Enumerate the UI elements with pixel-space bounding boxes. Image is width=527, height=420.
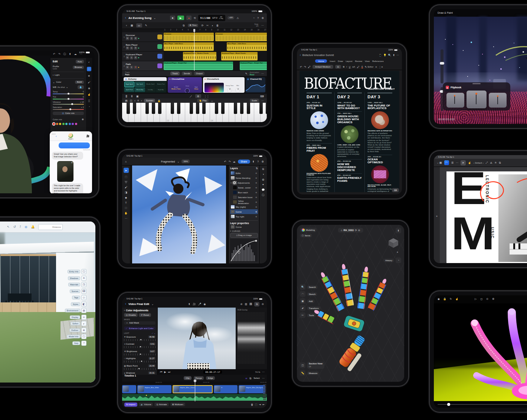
share-button[interactable]: Share (238, 160, 250, 164)
video-call-icon[interactable]: 🎥 (86, 135, 89, 137)
eye-icon[interactable]: 👁 (255, 206, 257, 208)
tab-draw[interactable]: Draw (338, 60, 343, 62)
lightbulb-icon[interactable]: 💡 (383, 54, 387, 56)
flipbook-panel[interactable]: ▮ Flipbook (443, 82, 510, 111)
plus-icon[interactable]: ＋ (125, 24, 128, 27)
frame-thumb[interactable] (446, 93, 464, 108)
close-icon[interactable]: ⊗ (71, 161, 73, 164)
select-icon[interactable]: ↖ (7, 225, 10, 229)
tab-home[interactable]: Home (315, 59, 327, 63)
items-menu[interactable]: ⬡Items (300, 234, 312, 237)
stop-button[interactable]: ■ (170, 16, 175, 20)
document-switcher[interactable]: ⌂ RH_0003 ⟳ ⊖ (338, 228, 363, 233)
project-title[interactable]: Video Final Edit (128, 302, 149, 306)
auto-button[interactable]: Auto (76, 60, 84, 63)
track-header-drummer[interactable]: 1 Drummer MSR (122, 32, 164, 42)
hand-tool-icon[interactable]: ✋ (124, 212, 128, 214)
song-title[interactable]: An Evening Song (128, 16, 151, 20)
track-lane[interactable]: Keyboard Player - Simple Pad Keyboard Pl… (164, 61, 267, 71)
delete-icon[interactable]: 🗑 (216, 24, 219, 27)
bluetooth-icon[interactable]: 🎚 (131, 95, 133, 98)
environment-button[interactable]: Environment◍ (65, 308, 86, 313)
styles-button[interactable]: Styles◧ (71, 302, 86, 307)
layer-row[interactable]: Sweat...ooster👁 (230, 185, 258, 190)
layer-group-row[interactable]: ▸Adjustments👁 (230, 180, 258, 185)
tab-layout[interactable]: Layout (346, 60, 352, 62)
chromaverb-plugin[interactable]: ●ChromaVerb Decay Time Wet (203, 77, 245, 93)
soften-button[interactable]: Soften◐ (71, 321, 86, 326)
lcd-display[interactable]: 5 1 1 086 127,0 4/4C maj (198, 15, 225, 21)
scrubber-handle[interactable] (447, 403, 450, 406)
tab-sends[interactable]: Sends (182, 72, 192, 75)
brush-tool-icon[interactable]: 🖌 (88, 81, 91, 83)
model-viewport[interactable]: Entity Infoⓘ Shadows☀ Materials◳ Scenes🎞… (0, 233, 95, 383)
add-mask-button[interactable]: ＋Add Mask (124, 321, 156, 325)
snap-icon[interactable]: ⌖ (436, 169, 438, 263)
more-icon[interactable]: ⋯ (261, 99, 264, 102)
scale-button[interactable]: Scale (250, 99, 259, 102)
split-keys-icon[interactable]: ◫ (130, 99, 132, 102)
collapse-icon[interactable]: ⊖ (262, 303, 264, 305)
fx-icon[interactable]: ✦ (262, 183, 264, 186)
align-icon[interactable]: ≞ (495, 161, 497, 164)
layer-row[interactable]: Yellow desaturation👁 (230, 200, 258, 204)
insert-icon[interactable]: ⇤ (262, 403, 265, 406)
animation-canvas[interactable]: ▮ Flipbook 00:00:03.019 (434, 17, 527, 124)
mirror-icon[interactable]: ⟁ (490, 161, 492, 164)
camera-icon[interactable]: 🎥 (193, 303, 196, 305)
help-button[interactable]: Help? (72, 341, 86, 346)
settings-icon[interactable]: ⚙ (262, 17, 264, 19)
mic-icon[interactable]: 🎤 (198, 303, 202, 305)
chevron-down-icon[interactable]: ⌄ (177, 160, 179, 163)
import-icon[interactable]: ⬆ (188, 303, 190, 305)
select-menu[interactable]: Select (253, 377, 260, 379)
pencil-icon[interactable]: ✎ (145, 24, 147, 27)
inspect-button[interactable]: ⧉Inspect (124, 403, 137, 407)
drag-handle[interactable] (472, 83, 481, 84)
color-mix-dots[interactable] (53, 123, 84, 125)
eye-icon[interactable]: 👁 (255, 211, 257, 213)
notification-icon[interactable]: 🔔 (31, 225, 35, 229)
more-icon[interactable]: ⋯ (262, 371, 265, 373)
more-icon[interactable]: ⋯ (396, 54, 399, 56)
volume-button[interactable]: 🔉Volume (139, 403, 153, 406)
wet-knob[interactable] (235, 88, 240, 93)
layer-row[interactable]: Blue match👁 (230, 190, 258, 195)
doc-title[interactable]: Biofacture Innovation Summit (302, 54, 334, 56)
reset-button[interactable]: ↺Reset (139, 313, 151, 317)
color-section[interactable]: ⌄Color B&W (53, 81, 84, 84)
region[interactable]: Keyboard Player - Simple Pad (164, 62, 233, 70)
play-surface-button[interactable]: 👆Play (197, 99, 209, 102)
track-lane[interactable]: Drummer Drummer (164, 32, 267, 42)
list-icon[interactable]: ⋮≡ (379, 66, 383, 68)
chevron-down-icon[interactable]: ⌄ (154, 17, 156, 19)
mute-button[interactable]: M (126, 46, 129, 50)
back-icon[interactable]: ‹ (300, 54, 301, 57)
eye-icon[interactable]: 👁 (255, 177, 257, 179)
mute-button[interactable]: M (126, 37, 129, 40)
ps-canvas[interactable] (130, 165, 228, 263)
record-button[interactable]: ● (186, 16, 192, 20)
help-icon[interactable]: ？ (257, 160, 259, 163)
back-icon[interactable]: ‹ (125, 302, 126, 306)
grid-icon[interactable]: ⋮⋮ (204, 95, 209, 98)
layer-row[interactable]: Sky (right)👁 (230, 204, 258, 209)
cycle-icon[interactable]: ⟲ (194, 17, 196, 19)
selected-layer-row[interactable]: ◠Curve (230, 224, 258, 229)
app-icon[interactable]: ◠ (444, 160, 449, 165)
region[interactable]: Drummer (164, 33, 214, 41)
browser-icon[interactable]: ▥ (245, 303, 248, 305)
vibrance-slider[interactable]: Vibrance+ 14 (53, 101, 84, 105)
undo-icon[interactable]: ↶ (300, 66, 302, 68)
search-icon[interactable]: 🔍 (388, 54, 391, 56)
fill-tool-icon[interactable]: ◆ (125, 196, 127, 199)
regions-view-icon[interactable]: ▭ (136, 23, 142, 27)
curves-section[interactable]: CURVES (232, 230, 240, 232)
back-icon[interactable]: ‹ (56, 135, 57, 138)
append-icon[interactable]: ⇥ (259, 403, 261, 406)
overwrite-icon[interactable]: ⧉ (249, 377, 251, 380)
edge-mode-button[interactable]: Edge (206, 376, 215, 380)
solo-button[interactable]: S (130, 66, 133, 69)
lock-icon[interactable]: 🔒 (443, 298, 446, 300)
settings-icon[interactable]: ⚙ (492, 298, 494, 300)
